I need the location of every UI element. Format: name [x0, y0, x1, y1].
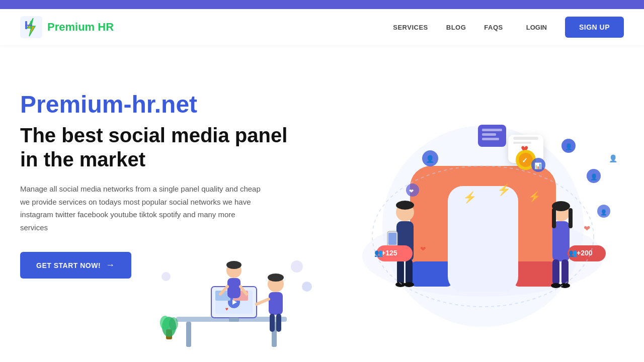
- svg-text:+125: +125: [381, 249, 397, 257]
- svg-rect-7: [186, 322, 191, 347]
- svg-text:⚡: ⚡: [528, 191, 541, 203]
- signup-button[interactable]: SIGN UP: [565, 17, 624, 38]
- arrow-icon: →: [106, 260, 115, 270]
- nav-item-services[interactable]: SERVICES: [393, 24, 428, 31]
- nav-item-blog[interactable]: BLOG: [446, 24, 466, 31]
- svg-text:👥: 👥: [374, 249, 383, 257]
- svg-rect-70: [513, 142, 531, 144]
- svg-text:+200: +200: [577, 249, 593, 257]
- svg-rect-41: [513, 261, 556, 287]
- svg-text:👥: 👥: [569, 249, 578, 257]
- svg-text:❤: ❤: [584, 224, 590, 233]
- nav-links: SERVICES BLOG FAQS LOGIN SIGN UP: [393, 17, 624, 38]
- svg-rect-25: [227, 278, 240, 298]
- svg-rect-47: [406, 259, 413, 285]
- nav-login[interactable]: LOGIN: [526, 24, 547, 31]
- navbar: Premium HR SERVICES BLOG FAQS LOGIN SIGN…: [0, 9, 644, 45]
- svg-rect-40: [410, 261, 453, 287]
- svg-text:👤: 👤: [609, 154, 618, 163]
- hero-title: The best social media panel in the marke…: [20, 123, 302, 171]
- svg-rect-74: [482, 138, 499, 140]
- svg-rect-51: [388, 233, 396, 245]
- svg-rect-18: [269, 292, 283, 315]
- svg-rect-21: [276, 314, 281, 332]
- svg-rect-10: [229, 318, 239, 322]
- svg-rect-69: [513, 137, 538, 140]
- magnet-illustration: +125 👥 +200 👥 ♥: [342, 75, 624, 337]
- svg-text:👤: 👤: [565, 143, 573, 150]
- svg-text:✓: ✓: [522, 156, 528, 164]
- svg-rect-59: [569, 208, 573, 228]
- svg-rect-61: [561, 259, 569, 285]
- svg-point-33: [302, 282, 312, 292]
- svg-point-30: [160, 316, 170, 330]
- svg-text:⚡: ⚡: [463, 191, 477, 204]
- cta-label: GET START NOW!: [36, 261, 101, 269]
- logo[interactable]: Premium HR: [20, 16, 114, 38]
- svg-rect-20: [270, 314, 275, 332]
- svg-rect-46: [397, 259, 404, 285]
- top-accent-bar: [0, 0, 644, 9]
- svg-rect-73: [482, 133, 496, 136]
- svg-line-19: [257, 299, 269, 304]
- svg-rect-5: [25, 25, 32, 26]
- svg-text:👤: 👤: [426, 155, 435, 163]
- logo-icon: [20, 16, 42, 38]
- svg-point-45: [396, 201, 414, 210]
- logo-text: Premium HR: [47, 21, 114, 34]
- svg-rect-60: [552, 259, 559, 285]
- svg-text:👤: 👤: [590, 173, 598, 180]
- svg-rect-72: [482, 129, 502, 131]
- hero-section: Premium-hr.net The best social media pan…: [0, 45, 644, 357]
- svg-point-62: [551, 283, 561, 288]
- svg-text:❤: ❤: [420, 245, 426, 253]
- svg-text:❤: ❤: [409, 188, 414, 194]
- svg-text:♥: ♥: [225, 306, 228, 312]
- nav-item-faqs[interactable]: FAQS: [484, 24, 503, 31]
- svg-text:📊: 📊: [534, 162, 542, 169]
- svg-rect-42: [448, 186, 518, 292]
- svg-point-31: [169, 317, 178, 330]
- cta-button[interactable]: GET START NOW! →: [20, 252, 131, 279]
- svg-rect-58: [552, 208, 556, 228]
- svg-text:⚡: ⚡: [497, 183, 511, 197]
- svg-text:👤: 👤: [600, 209, 607, 216]
- hero-description: Manage all social media networks from a …: [20, 183, 262, 234]
- hero-content: Premium-hr.net The best social media pan…: [20, 75, 302, 279]
- hero-domain: Premium-hr.net: [20, 90, 302, 118]
